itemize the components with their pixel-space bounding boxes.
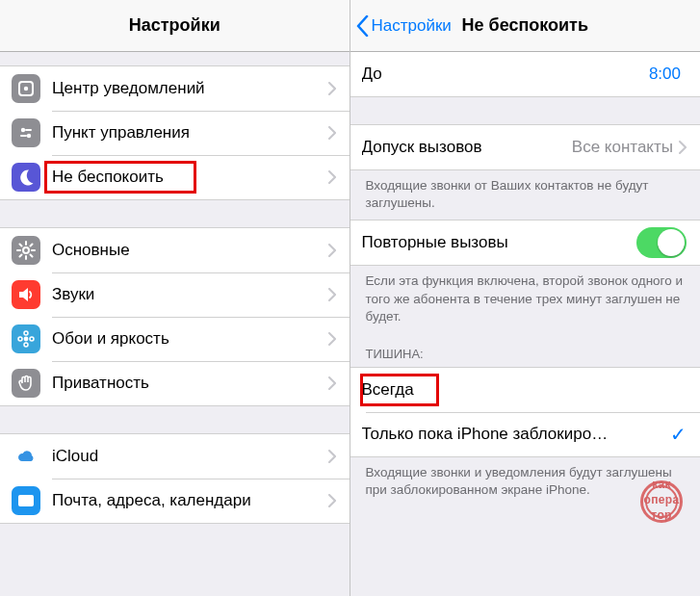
chevron-right-icon — [328, 126, 336, 140]
chevron-left-icon — [356, 15, 369, 37]
schedule-until-value: 8:00 — [649, 65, 681, 84]
back-label: Настройки — [372, 16, 452, 36]
allow-calls-footer: Входящие звонки от Ваших контактов не бу… — [350, 170, 701, 220]
allow-calls-value: Все контакты — [572, 138, 673, 157]
page-title: Настройки — [129, 15, 220, 36]
row-label: Допуск вызовов — [362, 138, 572, 157]
navbar-right: Настройки Не беспокоить — [350, 0, 701, 52]
row-icloud[interactable]: iCloud — [0, 434, 350, 479]
repeated-calls-footer: Если эта функция включена, второй звонок… — [350, 266, 701, 333]
row-repeated-calls[interactable]: Повторные вызовы — [350, 220, 701, 265]
row-label: Основные — [52, 241, 328, 260]
row-mail-contacts-calendars[interactable]: Почта, адреса, календари — [0, 479, 350, 523]
settings-root-pane: Настройки Центр уведомлений Пункт управл… — [0, 0, 350, 596]
row-label: Звуки — [52, 285, 328, 304]
speaker-icon — [12, 280, 40, 309]
repeated-calls-toggle[interactable] — [636, 227, 687, 258]
row-label: Приватность — [52, 374, 328, 393]
flower-icon — [12, 324, 40, 353]
row-label: Обои и яркость — [52, 329, 328, 349]
gear-icon — [12, 236, 40, 265]
row-wallpaper-brightness[interactable]: Обои и яркость — [0, 317, 350, 361]
row-label: Не беспокоить — [52, 168, 328, 187]
row-label: Повторные вызовы — [362, 233, 637, 252]
chevron-right-icon — [679, 141, 687, 154]
dnd-detail-pane: Настройки Не беспокоить До 8:00 Допуск в… — [350, 0, 701, 596]
row-label: Пункт управления — [52, 123, 328, 143]
chevron-right-icon — [328, 332, 336, 346]
row-allow-calls-from[interactable]: Допуск вызовов Все контакты — [350, 125, 701, 169]
chevron-right-icon — [328, 244, 336, 257]
mail-icon — [12, 486, 40, 515]
navbar-left: Настройки — [0, 0, 350, 52]
row-do-not-disturb[interactable]: Не беспокоить — [0, 155, 350, 199]
row-label: До — [362, 65, 649, 84]
settings-list: Центр уведомлений Пункт управления Не бе… — [0, 52, 350, 596]
chevron-right-icon — [328, 450, 336, 463]
chevron-right-icon — [328, 376, 336, 390]
notification-center-icon — [12, 74, 40, 103]
chevron-right-icon — [328, 494, 336, 507]
cloud-icon — [12, 442, 40, 471]
row-label: iCloud — [52, 447, 328, 466]
back-button[interactable]: Настройки — [356, 15, 452, 37]
row-silence-always[interactable]: Всегда — [350, 368, 701, 412]
moon-icon — [12, 163, 40, 192]
row-label: Всегда — [362, 380, 687, 400]
row-control-center[interactable]: Пункт управления — [0, 111, 350, 155]
row-notification-center[interactable]: Центр уведомлений — [0, 66, 350, 111]
row-privacy[interactable]: Приватность — [0, 361, 350, 405]
chevron-right-icon — [328, 170, 336, 184]
watermark: как опера тор — [633, 473, 690, 531]
checkmark-icon: ✓ — [670, 423, 687, 446]
row-general[interactable]: Основные — [0, 228, 350, 272]
row-schedule-until[interactable]: До 8:00 — [350, 52, 701, 96]
row-label: Почта, адреса, календари — [52, 491, 328, 510]
row-silence-only-locked[interactable]: Только пока iPhone заблокиро… ✓ — [350, 412, 701, 456]
row-label: Центр уведомлений — [52, 79, 328, 98]
silence-section-header: ТИШИНА: — [350, 333, 701, 367]
hand-icon — [12, 369, 40, 398]
row-label: Только пока iPhone заблокиро… — [362, 425, 665, 444]
chevron-right-icon — [328, 82, 336, 95]
page-title: Не беспокоить — [462, 15, 589, 36]
row-sounds[interactable]: Звуки — [0, 272, 350, 317]
control-center-icon — [12, 118, 40, 147]
chevron-right-icon — [328, 288, 336, 301]
